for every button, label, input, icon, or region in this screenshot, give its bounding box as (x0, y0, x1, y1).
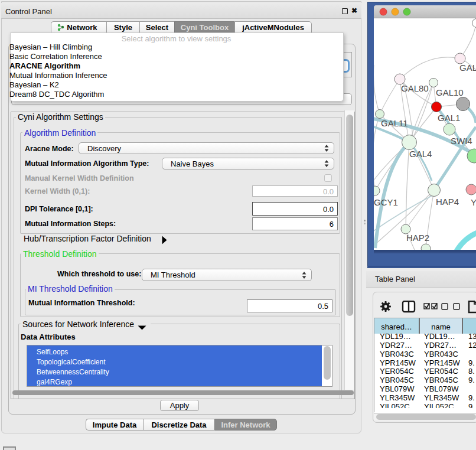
svg-text:GAL1: GAL1 (438, 113, 460, 123)
svg-text:GAL4: GAL4 (409, 149, 432, 159)
svg-text:HAP2: HAP2 (406, 233, 429, 243)
svg-text:YJ: YJ (471, 197, 476, 207)
svg-text:HAP4: HAP4 (436, 197, 459, 207)
svg-text:GCY1: GCY1 (374, 197, 398, 207)
svg-text:SWI4: SWI4 (451, 136, 472, 146)
svg-text:GAL80: GAL80 (401, 83, 429, 93)
svg-text:GAL11: GAL11 (381, 118, 408, 128)
svg-text:GAL10: GAL10 (436, 87, 464, 97)
svg-text:GAL7: GAL7 (459, 63, 476, 73)
